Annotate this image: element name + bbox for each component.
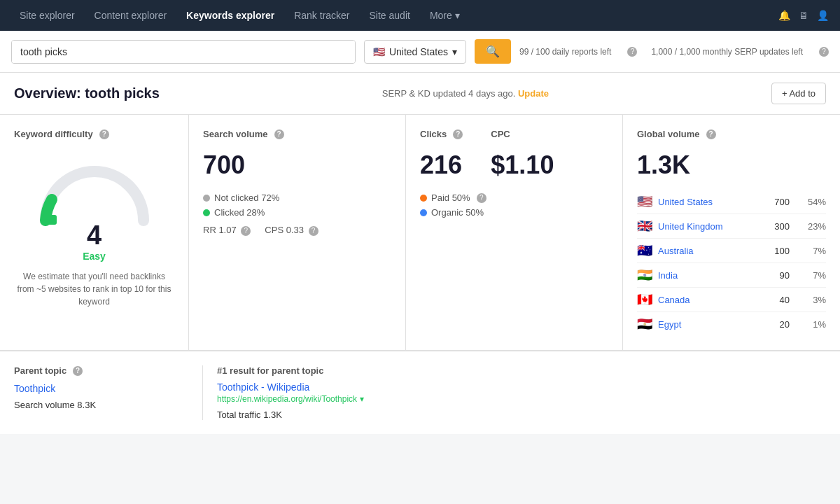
help-icon-cps[interactable]: ? — [309, 226, 318, 236]
us-volume: 700 — [774, 197, 790, 207]
kd-note: We estimate that you'll need backlinks f… — [14, 270, 174, 308]
eg-stats: 20 1% — [780, 319, 826, 330]
nav-icons: 🔔 🖥 👤 — [778, 10, 829, 21]
country-eg: Egypt — [658, 319, 681, 330]
not-clicked-dot — [203, 195, 210, 202]
search-volume-value: 700 — [203, 150, 391, 180]
country-link-in[interactable]: 🇮🇳 India — [637, 269, 678, 281]
flag-au: 🇦🇺 — [637, 244, 652, 257]
flag-in: 🇮🇳 — [637, 269, 652, 281]
country-in: India — [658, 270, 678, 281]
country-row-uk: 🇬🇧 United Kingdom 300 23% — [637, 214, 826, 239]
daily-reports-stat: 99 / 100 daily reports left — [519, 47, 611, 57]
top-nav: Site explorer Content explorer Keywords … — [0, 0, 840, 31]
country-link-uk[interactable]: 🇬🇧 United Kingdom — [637, 220, 723, 232]
eg-pct: 1% — [801, 319, 826, 330]
help-icon-sv[interactable]: ? — [274, 130, 284, 139]
clicks-cpc-headers: Clicks ? 216 CPC $1.10 — [420, 129, 608, 180]
country-link-au[interactable]: 🇦🇺 Australia — [637, 244, 694, 257]
clicked-dot — [203, 209, 210, 216]
page-title: Overview: tooth picks — [14, 85, 160, 102]
flag-us: 🇺🇸 — [637, 195, 652, 208]
help-icon-rr[interactable]: ? — [241, 226, 251, 236]
clicks-cpc-card: Clicks ? 216 CPC $1.10 Paid 50% ? Organi… — [406, 115, 623, 350]
search-volume-label: Search volume ? — [203, 129, 391, 139]
global-country-list: 🇺🇸 United States 700 54% 🇬🇧 United Kingd… — [637, 190, 826, 336]
us-pct: 54% — [801, 197, 826, 207]
svg-rect-0 — [41, 215, 57, 225]
cards-row: Keyword difficulty ? 4 Easy We estimate … — [0, 115, 840, 351]
nav-item-content-explorer[interactable]: Content explorer — [86, 4, 176, 27]
help-icon-monthly[interactable]: ? — [819, 47, 829, 57]
country-ca: Canada — [658, 295, 690, 305]
search-input-wrap — [11, 40, 356, 64]
country-flag: 🇺🇸 — [373, 46, 385, 57]
overview-header: Overview: tooth picks SERP & KD updated … — [0, 73, 840, 115]
dropdown-icon: ▾ — [452, 46, 457, 57]
in-pct: 7% — [801, 270, 826, 281]
country-row-us: 🇺🇸 United States 700 54% — [637, 190, 826, 214]
not-clicked-label: Not clicked 72% — [214, 192, 279, 203]
flag-uk: 🇬🇧 — [637, 220, 652, 232]
nav-item-site-explorer[interactable]: Site explorer — [11, 4, 83, 27]
nav-item-keywords-explorer[interactable]: Keywords explorer — [178, 4, 283, 27]
country-link-us[interactable]: 🇺🇸 United States — [637, 195, 713, 208]
country-link-eg[interactable]: 🇪🇬 Egypt — [637, 318, 681, 330]
search-volume-card: Search volume ? 700 Not clicked 72% Clic… — [189, 115, 406, 350]
clicks-label: Clicks ? — [420, 129, 463, 139]
in-stats: 90 7% — [780, 270, 826, 281]
organic-row: Organic 50% — [420, 207, 608, 218]
cpc-value: $1.10 — [491, 150, 554, 180]
not-clicked-row: Not clicked 72% — [203, 192, 391, 203]
country-row-eg: 🇪🇬 Egypt 20 1% — [637, 312, 826, 336]
paid-label: Paid 50% — [431, 192, 470, 203]
country-name-label: United States — [389, 46, 448, 57]
country-row-in: 🇮🇳 India 90 7% — [637, 263, 826, 288]
country-link-ca[interactable]: 🇨🇦 Canada — [637, 293, 690, 306]
user-icon[interactable]: 👤 — [817, 10, 829, 21]
dropdown-small-icon: ▾ — [360, 394, 364, 404]
nav-item-rank-tracker[interactable]: Rank tracker — [286, 4, 358, 27]
help-icon-clicks[interactable]: ? — [453, 130, 463, 139]
help-icon-kd[interactable]: ? — [99, 130, 109, 139]
uk-pct: 23% — [801, 221, 826, 232]
uk-volume: 300 — [774, 221, 790, 232]
parent-result-label: #1 result for parent topic — [217, 365, 826, 376]
wikipedia-link[interactable]: Toothpick - Wikipedia — [217, 382, 309, 393]
au-volume: 100 — [774, 246, 790, 256]
parent-topic-label: Parent topic ? — [14, 365, 188, 376]
clicks-value: 216 — [420, 150, 463, 180]
monitor-icon[interactable]: 🖥 — [799, 10, 808, 21]
search-button[interactable]: 🔍 — [475, 39, 511, 64]
wiki-url-text: https://en.wikipedia.org/wiki/Toothpick — [217, 394, 357, 404]
eg-volume: 20 — [780, 319, 790, 330]
rr-value: RR 1.07 ? — [203, 225, 251, 236]
help-icon-gv[interactable]: ? — [706, 130, 716, 139]
nav-item-more[interactable]: More ▾ — [421, 4, 468, 27]
cpc-label: CPC — [491, 129, 554, 139]
paid-dot — [420, 195, 427, 202]
country-select[interactable]: 🇺🇸 United States ▾ — [364, 40, 466, 64]
add-to-button[interactable]: + Add to — [771, 83, 826, 104]
chevron-down-icon: ▾ — [455, 10, 460, 21]
parent-topic-link[interactable]: Toothpick — [14, 383, 55, 394]
serp-update-text: SERP & KD updated 4 days ago. — [382, 88, 516, 99]
rr-cps-row: RR 1.07 ? CPS 0.33 ? — [203, 225, 391, 236]
kd-rating: Easy — [83, 251, 106, 262]
help-icon-paid[interactable]: ? — [477, 193, 486, 203]
wiki-traffic: Total traffic 1.3K — [217, 410, 826, 420]
in-volume: 90 — [780, 270, 790, 281]
bell-icon[interactable]: 🔔 — [778, 10, 790, 21]
keyword-difficulty-label: Keyword difficulty ? — [14, 129, 174, 139]
search-input[interactable] — [12, 41, 355, 63]
help-icon-daily[interactable]: ? — [627, 47, 637, 57]
help-icon-parent[interactable]: ? — [73, 366, 83, 376]
ca-volume: 40 — [780, 295, 790, 305]
us-stats: 700 54% — [774, 197, 826, 207]
clicked-row: Clicked 28% — [203, 207, 391, 218]
nav-item-site-audit[interactable]: Site audit — [361, 4, 419, 27]
serp-update-status: SERP & KD updated 4 days ago. Update — [382, 88, 549, 99]
global-volume-label: Global volume ? — [637, 129, 826, 139]
update-link[interactable]: Update — [518, 88, 549, 99]
gauge-svg — [31, 150, 158, 227]
